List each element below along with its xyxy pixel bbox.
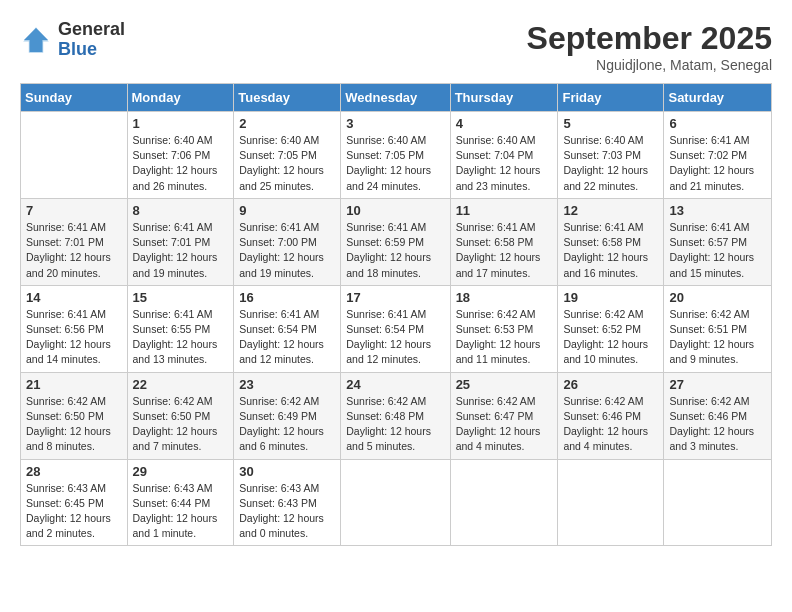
calendar-cell: 2Sunrise: 6:40 AMSunset: 7:05 PMDaylight… bbox=[234, 112, 341, 199]
calendar-week-5: 28Sunrise: 6:43 AMSunset: 6:45 PMDayligh… bbox=[21, 459, 772, 546]
calendar-cell: 28Sunrise: 6:43 AMSunset: 6:45 PMDayligh… bbox=[21, 459, 128, 546]
calendar-cell: 24Sunrise: 6:42 AMSunset: 6:48 PMDayligh… bbox=[341, 372, 450, 459]
calendar-cell: 4Sunrise: 6:40 AMSunset: 7:04 PMDaylight… bbox=[450, 112, 558, 199]
day-info: Sunrise: 6:42 AMSunset: 6:46 PMDaylight:… bbox=[563, 394, 658, 455]
day-number: 4 bbox=[456, 116, 553, 131]
day-info: Sunrise: 6:41 AMSunset: 6:57 PMDaylight:… bbox=[669, 220, 766, 281]
day-info: Sunrise: 6:41 AMSunset: 7:02 PMDaylight:… bbox=[669, 133, 766, 194]
day-info: Sunrise: 6:42 AMSunset: 6:50 PMDaylight:… bbox=[133, 394, 229, 455]
calendar-cell bbox=[21, 112, 128, 199]
calendar-header-row: SundayMondayTuesdayWednesdayThursdayFrid… bbox=[21, 84, 772, 112]
calendar-cell: 5Sunrise: 6:40 AMSunset: 7:03 PMDaylight… bbox=[558, 112, 664, 199]
header-tuesday: Tuesday bbox=[234, 84, 341, 112]
calendar-cell: 7Sunrise: 6:41 AMSunset: 7:01 PMDaylight… bbox=[21, 198, 128, 285]
day-info: Sunrise: 6:42 AMSunset: 6:47 PMDaylight:… bbox=[456, 394, 553, 455]
calendar-cell: 9Sunrise: 6:41 AMSunset: 7:00 PMDaylight… bbox=[234, 198, 341, 285]
calendar-cell: 1Sunrise: 6:40 AMSunset: 7:06 PMDaylight… bbox=[127, 112, 234, 199]
logo-general: General bbox=[58, 20, 125, 40]
calendar-cell: 18Sunrise: 6:42 AMSunset: 6:53 PMDayligh… bbox=[450, 285, 558, 372]
day-info: Sunrise: 6:41 AMSunset: 6:54 PMDaylight:… bbox=[239, 307, 335, 368]
day-info: Sunrise: 6:42 AMSunset: 6:50 PMDaylight:… bbox=[26, 394, 122, 455]
day-info: Sunrise: 6:40 AMSunset: 7:06 PMDaylight:… bbox=[133, 133, 229, 194]
header-saturday: Saturday bbox=[664, 84, 772, 112]
day-number: 24 bbox=[346, 377, 444, 392]
title-block: September 2025 Nguidjlone, Matam, Senega… bbox=[527, 20, 772, 73]
calendar-cell: 8Sunrise: 6:41 AMSunset: 7:01 PMDaylight… bbox=[127, 198, 234, 285]
calendar-cell: 26Sunrise: 6:42 AMSunset: 6:46 PMDayligh… bbox=[558, 372, 664, 459]
day-info: Sunrise: 6:40 AMSunset: 7:05 PMDaylight:… bbox=[239, 133, 335, 194]
day-number: 25 bbox=[456, 377, 553, 392]
day-number: 16 bbox=[239, 290, 335, 305]
calendar-cell: 23Sunrise: 6:42 AMSunset: 6:49 PMDayligh… bbox=[234, 372, 341, 459]
day-info: Sunrise: 6:40 AMSunset: 7:04 PMDaylight:… bbox=[456, 133, 553, 194]
calendar-cell: 22Sunrise: 6:42 AMSunset: 6:50 PMDayligh… bbox=[127, 372, 234, 459]
calendar-cell: 6Sunrise: 6:41 AMSunset: 7:02 PMDaylight… bbox=[664, 112, 772, 199]
day-number: 2 bbox=[239, 116, 335, 131]
day-number: 21 bbox=[26, 377, 122, 392]
day-info: Sunrise: 6:40 AMSunset: 7:03 PMDaylight:… bbox=[563, 133, 658, 194]
day-number: 22 bbox=[133, 377, 229, 392]
calendar-cell: 25Sunrise: 6:42 AMSunset: 6:47 PMDayligh… bbox=[450, 372, 558, 459]
calendar-cell: 12Sunrise: 6:41 AMSunset: 6:58 PMDayligh… bbox=[558, 198, 664, 285]
day-info: Sunrise: 6:41 AMSunset: 6:59 PMDaylight:… bbox=[346, 220, 444, 281]
day-number: 12 bbox=[563, 203, 658, 218]
calendar-cell: 29Sunrise: 6:43 AMSunset: 6:44 PMDayligh… bbox=[127, 459, 234, 546]
header-friday: Friday bbox=[558, 84, 664, 112]
day-info: Sunrise: 6:43 AMSunset: 6:44 PMDaylight:… bbox=[133, 481, 229, 542]
day-number: 11 bbox=[456, 203, 553, 218]
calendar-cell bbox=[450, 459, 558, 546]
logo-text: General Blue bbox=[58, 20, 125, 60]
header-sunday: Sunday bbox=[21, 84, 128, 112]
day-info: Sunrise: 6:42 AMSunset: 6:48 PMDaylight:… bbox=[346, 394, 444, 455]
day-number: 20 bbox=[669, 290, 766, 305]
day-number: 9 bbox=[239, 203, 335, 218]
header-thursday: Thursday bbox=[450, 84, 558, 112]
calendar-cell bbox=[341, 459, 450, 546]
calendar-cell: 19Sunrise: 6:42 AMSunset: 6:52 PMDayligh… bbox=[558, 285, 664, 372]
day-number: 3 bbox=[346, 116, 444, 131]
month-title: September 2025 bbox=[527, 20, 772, 57]
day-number: 23 bbox=[239, 377, 335, 392]
day-number: 26 bbox=[563, 377, 658, 392]
day-info: Sunrise: 6:43 AMSunset: 6:45 PMDaylight:… bbox=[26, 481, 122, 542]
day-number: 30 bbox=[239, 464, 335, 479]
day-info: Sunrise: 6:41 AMSunset: 6:58 PMDaylight:… bbox=[456, 220, 553, 281]
calendar-cell: 30Sunrise: 6:43 AMSunset: 6:43 PMDayligh… bbox=[234, 459, 341, 546]
header-wednesday: Wednesday bbox=[341, 84, 450, 112]
day-info: Sunrise: 6:42 AMSunset: 6:46 PMDaylight:… bbox=[669, 394, 766, 455]
calendar-week-4: 21Sunrise: 6:42 AMSunset: 6:50 PMDayligh… bbox=[21, 372, 772, 459]
day-info: Sunrise: 6:41 AMSunset: 7:00 PMDaylight:… bbox=[239, 220, 335, 281]
day-info: Sunrise: 6:42 AMSunset: 6:52 PMDaylight:… bbox=[563, 307, 658, 368]
day-info: Sunrise: 6:42 AMSunset: 6:53 PMDaylight:… bbox=[456, 307, 553, 368]
calendar-cell: 15Sunrise: 6:41 AMSunset: 6:55 PMDayligh… bbox=[127, 285, 234, 372]
logo-icon bbox=[20, 24, 52, 56]
day-number: 27 bbox=[669, 377, 766, 392]
calendar-cell: 17Sunrise: 6:41 AMSunset: 6:54 PMDayligh… bbox=[341, 285, 450, 372]
day-info: Sunrise: 6:43 AMSunset: 6:43 PMDaylight:… bbox=[239, 481, 335, 542]
calendar-cell bbox=[558, 459, 664, 546]
logo: General Blue bbox=[20, 20, 125, 60]
day-info: Sunrise: 6:41 AMSunset: 7:01 PMDaylight:… bbox=[26, 220, 122, 281]
day-info: Sunrise: 6:41 AMSunset: 6:55 PMDaylight:… bbox=[133, 307, 229, 368]
day-info: Sunrise: 6:41 AMSunset: 7:01 PMDaylight:… bbox=[133, 220, 229, 281]
day-info: Sunrise: 6:41 AMSunset: 6:58 PMDaylight:… bbox=[563, 220, 658, 281]
logo-blue: Blue bbox=[58, 40, 125, 60]
calendar-week-3: 14Sunrise: 6:41 AMSunset: 6:56 PMDayligh… bbox=[21, 285, 772, 372]
day-number: 19 bbox=[563, 290, 658, 305]
calendar-table: SundayMondayTuesdayWednesdayThursdayFrid… bbox=[20, 83, 772, 546]
calendar-cell: 14Sunrise: 6:41 AMSunset: 6:56 PMDayligh… bbox=[21, 285, 128, 372]
calendar-cell: 10Sunrise: 6:41 AMSunset: 6:59 PMDayligh… bbox=[341, 198, 450, 285]
day-info: Sunrise: 6:42 AMSunset: 6:51 PMDaylight:… bbox=[669, 307, 766, 368]
day-number: 13 bbox=[669, 203, 766, 218]
day-number: 14 bbox=[26, 290, 122, 305]
day-number: 28 bbox=[26, 464, 122, 479]
calendar-cell: 20Sunrise: 6:42 AMSunset: 6:51 PMDayligh… bbox=[664, 285, 772, 372]
calendar-week-1: 1Sunrise: 6:40 AMSunset: 7:06 PMDaylight… bbox=[21, 112, 772, 199]
day-number: 8 bbox=[133, 203, 229, 218]
header-monday: Monday bbox=[127, 84, 234, 112]
day-number: 15 bbox=[133, 290, 229, 305]
day-number: 18 bbox=[456, 290, 553, 305]
day-number: 5 bbox=[563, 116, 658, 131]
day-number: 10 bbox=[346, 203, 444, 218]
calendar-cell: 16Sunrise: 6:41 AMSunset: 6:54 PMDayligh… bbox=[234, 285, 341, 372]
